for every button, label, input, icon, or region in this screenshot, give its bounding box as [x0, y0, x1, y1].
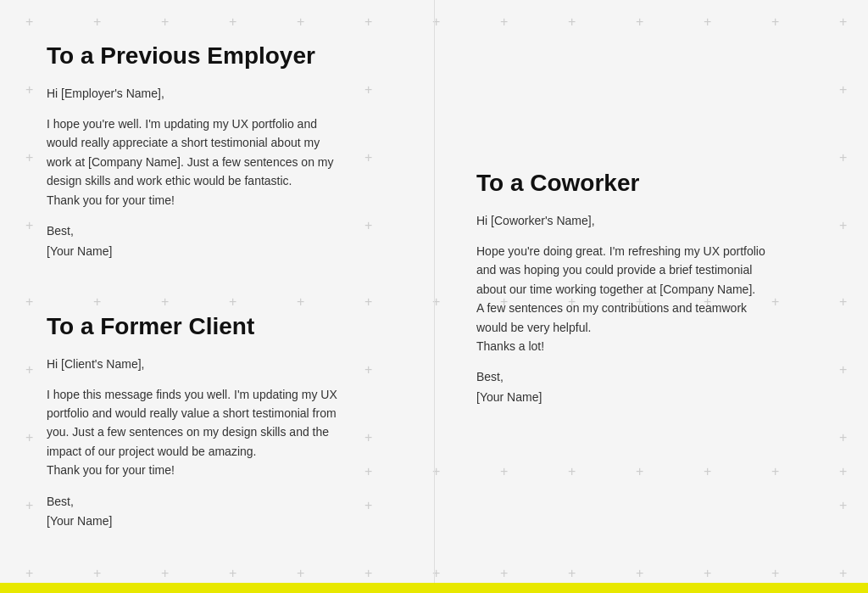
former-client-closing: Best,[Your Name] — [47, 492, 400, 533]
former-client-body: I hope this message finds you well. I'm … — [47, 385, 400, 480]
former-client-section: To a Former Client Hi [Client's Name], I… — [47, 313, 400, 533]
previous-employer-closing: Best,[Your Name] — [47, 221, 400, 262]
yellow-bottom-bar — [0, 583, 868, 593]
right-column: To a Coworker Hi [Coworker's Name], Hope… — [434, 0, 868, 593]
coworker-title: To a Coworker — [476, 170, 834, 197]
former-client-greeting: Hi [Client's Name], — [47, 355, 400, 373]
coworker-body: Hope you're doing great. I'm refreshing … — [476, 242, 834, 355]
previous-employer-greeting: Hi [Employer's Name], — [47, 85, 400, 103]
content-area: To a Previous Employer Hi [Employer's Na… — [0, 0, 868, 593]
coworker-greeting: Hi [Coworker's Name], — [476, 212, 834, 230]
previous-employer-section: To a Previous Employer Hi [Employer's Na… — [47, 42, 400, 262]
left-column: To a Previous Employer Hi [Employer's Na… — [0, 0, 434, 593]
previous-employer-title: To a Previous Employer — [47, 42, 400, 70]
previous-employer-body: I hope you're well. I'm updating my UX p… — [47, 115, 400, 210]
former-client-title: To a Former Client — [47, 313, 400, 340]
coworker-section: To a Coworker Hi [Coworker's Name], Hope… — [476, 170, 834, 408]
coworker-closing: Best,[Your Name] — [476, 367, 834, 408]
